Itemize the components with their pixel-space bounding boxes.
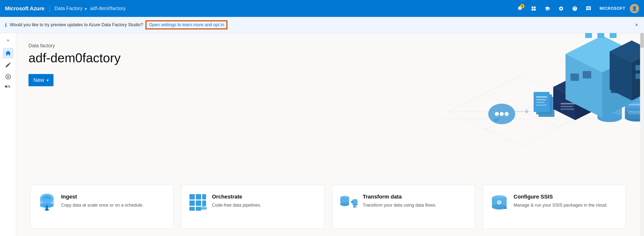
svg-rect-32: [536, 105, 546, 106]
transform-card-title: Transform data: [363, 194, 436, 200]
svg-rect-83: [190, 194, 195, 200]
sidebar-item-monitor[interactable]: [3, 71, 14, 82]
alerts-button[interactable]: [543, 4, 552, 13]
new-button[interactable]: New ▾: [28, 74, 54, 86]
svg-rect-63: [583, 71, 591, 78]
breadcrumb-parent[interactable]: Data Factory: [54, 6, 82, 11]
notifications-button[interactable]: 2: [515, 4, 524, 13]
info-icon: ℹ: [5, 22, 7, 28]
svg-rect-54: [628, 113, 642, 114]
svg-point-104: [492, 204, 506, 210]
svg-rect-66: [598, 33, 604, 38]
brand-label: Microsoft Azure: [5, 5, 44, 12]
svg-point-24: [505, 112, 508, 116]
svg-rect-0: [532, 6, 533, 8]
feature-cards-row: Ingest Copy data at scale once or on a s…: [16, 185, 640, 236]
svg-rect-37: [560, 106, 573, 107]
nav-separator: [49, 5, 50, 12]
svg-rect-62: [570, 73, 579, 81]
orchestrate-icon: [189, 194, 206, 211]
configure-ssis-card-desc: Manage & run your SSIS packages in the c…: [514, 202, 608, 209]
configure-ssis-card-title: Configure SSIS: [514, 194, 608, 200]
sidebar-toggle[interactable]: »: [3, 35, 14, 44]
svg-rect-87: [196, 201, 201, 206]
preview-banner: ℹ Would you like to try preview updates …: [0, 17, 644, 33]
main-layout: »: [0, 33, 644, 236]
breadcrumb-arrow: ▶: [85, 6, 88, 10]
svg-rect-88: [202, 201, 206, 206]
banner-text: Would you like to try preview updates to…: [10, 22, 143, 27]
ingest-card-content: Ingest Copy data at scale once or on a s…: [61, 194, 144, 209]
transform-icon: [340, 194, 358, 211]
svg-rect-86: [190, 201, 195, 206]
avatar[interactable]: 👤: [630, 4, 639, 13]
feature-card-ingest[interactable]: Ingest Copy data at scale once or on a s…: [30, 185, 174, 229]
svg-rect-36: [560, 103, 575, 104]
svg-rect-30: [536, 99, 546, 100]
svg-rect-1: [534, 6, 536, 8]
nav-icons: 2 MICROSOFT 👤: [515, 4, 639, 13]
configure-ssis-icon: [490, 194, 508, 211]
configure-ssis-card-content: Configure SSIS Manage & run your SSIS pa…: [514, 194, 608, 209]
svg-rect-31: [536, 102, 545, 103]
svg-rect-84: [196, 194, 201, 200]
orchestrate-card-title: Orchestrate: [212, 194, 261, 200]
svg-point-100: [352, 204, 358, 206]
user-label: MICROSOFT: [600, 6, 625, 11]
svg-point-23: [500, 112, 504, 116]
svg-rect-29: [536, 96, 547, 98]
svg-rect-82: [46, 205, 48, 211]
settings-button[interactable]: [556, 4, 566, 13]
transform-card-desc: Transform your data using data flows.: [363, 202, 436, 209]
ingest-card-title: Ingest: [61, 194, 144, 200]
scrollbar-thumb[interactable]: [640, 33, 644, 48]
feature-card-transform[interactable]: Transform data Transform your data using…: [332, 185, 475, 229]
notifications-badge: 2: [520, 4, 524, 8]
scrollbar-track: [640, 33, 644, 236]
feature-card-configure-ssis[interactable]: Configure SSIS Manage & run your SSIS pa…: [483, 185, 626, 229]
orchestrate-card-desc: Code-free data pipelines.: [212, 202, 261, 209]
sidebar: »: [0, 33, 16, 236]
sidebar-item-home[interactable]: [3, 48, 14, 59]
new-button-label: New: [33, 77, 44, 83]
svg-rect-85: [202, 194, 206, 200]
svg-line-13: [448, 75, 521, 111]
svg-rect-90: [196, 207, 201, 211]
ingest-card-desc: Copy data at scale once or on a schedule…: [61, 202, 144, 209]
breadcrumb-current: adf-dem0factory: [90, 6, 126, 11]
breadcrumb: Data Factory ▶ adf-dem0factory: [54, 6, 126, 11]
svg-rect-89: [190, 207, 195, 211]
svg-point-93: [201, 206, 206, 208]
svg-rect-64: [585, 33, 592, 38]
content-area: Data factory adf-dem0factory New ▾: [16, 33, 644, 236]
hero-illustration: [423, 33, 644, 161]
svg-rect-2: [532, 8, 533, 10]
chevron-down-icon: ▾: [46, 78, 48, 83]
svg-rect-38: [560, 109, 574, 110]
top-navigation: Microsoft Azure Data Factory ▶ adf-dem0f…: [0, 0, 644, 17]
sidebar-item-manage[interactable]: [3, 83, 14, 94]
svg-rect-68: [610, 33, 616, 38]
svg-point-96: [340, 203, 349, 206]
banner-close-button[interactable]: ×: [635, 22, 638, 28]
svg-rect-3: [534, 8, 536, 10]
ingest-icon: [38, 194, 56, 211]
sidebar-item-author[interactable]: [3, 59, 14, 70]
help-button[interactable]: [570, 4, 580, 13]
banner-settings-link[interactable]: Open settings to learn more and opt in: [146, 21, 227, 29]
svg-point-22: [495, 112, 499, 116]
orchestrate-card-content: Orchestrate Code-free data pipelines.: [212, 194, 261, 209]
feature-card-orchestrate[interactable]: Orchestrate Code-free data pipelines.: [181, 185, 324, 229]
portal-button[interactable]: [529, 4, 538, 13]
svg-point-6: [7, 76, 8, 77]
transform-card-content: Transform data Transform your data using…: [363, 194, 436, 209]
feedback-button[interactable]: [584, 4, 593, 13]
